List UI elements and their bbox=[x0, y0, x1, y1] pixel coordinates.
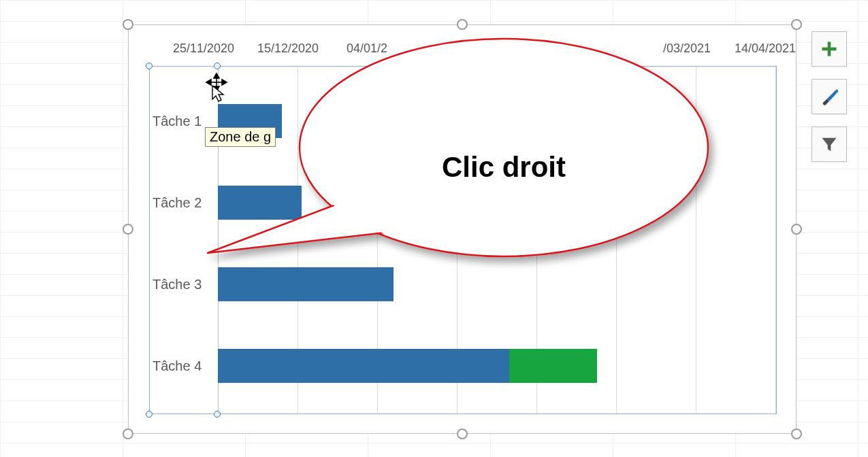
chart-handle-tl[interactable] bbox=[123, 19, 133, 30]
x-tick: 15/12/2020 bbox=[257, 41, 319, 56]
plot-handle-bl[interactable] bbox=[146, 411, 152, 418]
category-label: Tâche 3 bbox=[150, 277, 217, 292]
chart-object[interactable]: 25/11/2020 15/12/2020 04/01/2 /03/2021 1… bbox=[128, 24, 797, 434]
paintbrush-icon bbox=[820, 87, 839, 106]
plot-area[interactable]: Tâche 1 Tâche 2 Tâche 3 Tâche 4 bbox=[149, 66, 777, 414]
chart-handle-ml[interactable] bbox=[123, 224, 133, 235]
chart-handle-bl[interactable] bbox=[123, 428, 133, 439]
plot-handle-tl[interactable] bbox=[146, 63, 152, 69]
category-label: Tâche 2 bbox=[150, 195, 217, 211]
bar-row: Tâche 3 bbox=[150, 267, 776, 301]
svg-rect-10 bbox=[822, 48, 837, 51]
bar-segment-series1[interactable] bbox=[218, 186, 302, 220]
x-tick: 25/11/2020 bbox=[173, 41, 234, 56]
chart-handle-br[interactable] bbox=[791, 428, 802, 439]
chart-handle-bm[interactable] bbox=[457, 428, 468, 439]
bar-segment-series1[interactable] bbox=[218, 349, 509, 383]
bar-segment-series1[interactable] bbox=[218, 267, 393, 301]
x-axis-labels: 25/11/2020 15/12/2020 04/01/2 /03/2021 1… bbox=[156, 41, 782, 58]
plus-icon bbox=[820, 39, 839, 58]
chart-side-toolbar bbox=[811, 31, 850, 174]
bar-row: Tâche 4 bbox=[150, 349, 776, 383]
hover-tooltip: Zone de g bbox=[205, 127, 276, 147]
bar-segment-series2[interactable] bbox=[509, 349, 597, 383]
x-tick: 04/01/2 bbox=[347, 41, 387, 56]
x-tick: /03/2021 bbox=[663, 41, 711, 56]
chart-handle-mr[interactable] bbox=[791, 224, 802, 235]
chart-filter-button[interactable] bbox=[811, 126, 847, 162]
category-label: Tâche 4 bbox=[150, 358, 217, 374]
chart-handle-tr[interactable] bbox=[791, 19, 802, 30]
funnel-icon bbox=[820, 135, 839, 154]
add-chart-element-button[interactable] bbox=[811, 31, 847, 67]
chart-styles-button[interactable] bbox=[811, 79, 847, 114]
bar-row: Tâche 2 bbox=[150, 186, 776, 220]
chart-handle-tm[interactable] bbox=[457, 19, 468, 30]
x-tick: 14/04/2021 bbox=[735, 41, 796, 56]
